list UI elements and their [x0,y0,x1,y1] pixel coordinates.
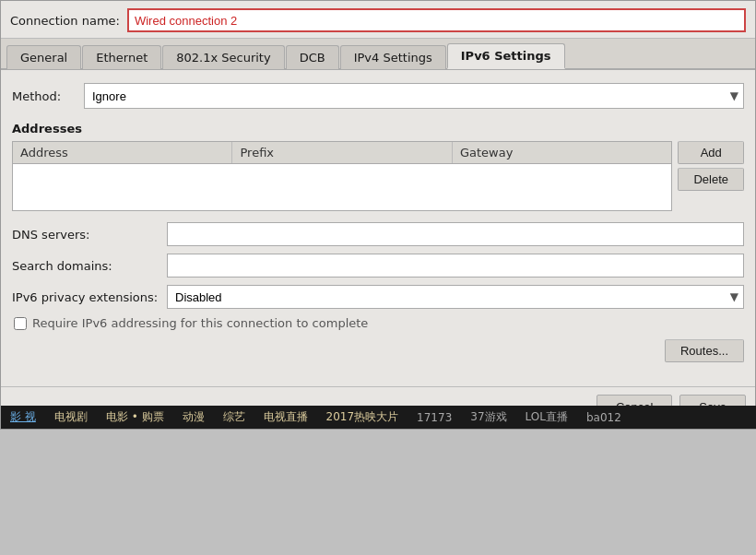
delete-button[interactable]: Delete [678,168,744,191]
privacy-extensions-label: IPv6 privacy extensions: [12,290,159,304]
tab-802-1x-security[interactable]: 802.1x Security [162,45,284,69]
method-select-wrapper: Ignore ▼ [84,83,744,109]
require-ipv6-checkbox[interactable] [14,317,27,330]
connection-name-row: Connection name: [1,1,755,39]
taskbar-number-1: 17173 [417,411,452,424]
method-row: Method: Ignore ▼ [12,83,744,109]
tab-ipv6-settings[interactable]: IPv6 Settings [447,43,565,69]
search-domains-input[interactable] [167,254,744,278]
method-label: Method: [12,89,77,103]
taskbar-tv-shows[interactable]: 电视剧 [54,409,88,425]
taskbar-live[interactable]: 电视直播 [264,409,308,425]
taskbar: 影 视 电视剧 电影 • 购票 动漫 综艺 电视直播 2017热映大片 1717… [1,406,756,429]
routes-button[interactable]: Routes... [665,339,744,362]
taskbar-movies[interactable]: 电影 • 购票 [106,409,164,425]
addresses-table: Address Prefix Gateway [12,141,672,211]
prefix-column-header: Prefix [232,142,452,163]
add-button[interactable]: Add [678,141,744,164]
search-domains-row: Search domains: [12,254,744,278]
table-header: Address Prefix Gateway [13,142,671,164]
tab-dcb[interactable]: DCB [286,45,339,69]
taskbar-number-3: LOL直播 [526,409,568,425]
main-content: Method: Ignore ▼ Addresses Address Prefi… [1,70,755,386]
taskbar-number-2: 37游戏 [470,409,506,425]
method-select[interactable]: Ignore [84,83,744,109]
taskbar-variety[interactable]: 综艺 [223,409,245,425]
taskbar-hot-movies[interactable]: 2017热映大片 [326,409,399,425]
tab-ipv4-settings[interactable]: IPv4 Settings [340,45,446,69]
dns-servers-row: DNS servers: [12,222,744,246]
privacy-extensions-row: IPv6 privacy extensions: Disabled ▼ [12,285,744,309]
tab-general[interactable]: General [6,45,81,69]
addresses-container: Address Prefix Gateway Add Delete [12,141,744,211]
table-body[interactable] [13,164,671,210]
routes-row: Routes... [12,339,744,362]
addresses-buttons: Add Delete [678,141,744,211]
connection-name-label: Connection name: [10,14,120,28]
dns-servers-label: DNS servers: [12,228,159,242]
taskbar-anime[interactable]: 动漫 [183,409,205,425]
addresses-section-title: Addresses [12,122,744,136]
connection-name-input[interactable] [127,8,746,32]
privacy-extensions-select[interactable]: Disabled [167,285,744,309]
privacy-extensions-select-wrapper: Disabled ▼ [167,285,744,309]
gateway-column-header: Gateway [453,142,671,163]
tabs-bar: General Ethernet 802.1x Security DCB IPv… [1,39,755,70]
dialog: Connection name: General Ethernet 802.1x… [0,0,756,430]
tab-ethernet[interactable]: Ethernet [82,45,161,69]
taskbar-number-4: ba012 [586,411,621,424]
dns-servers-input[interactable] [167,222,744,246]
require-ipv6-label: Require IPv6 addressing for this connect… [32,316,368,330]
search-domains-label: Search domains: [12,259,159,273]
require-ipv6-row: Require IPv6 addressing for this connect… [12,316,744,330]
address-column-header: Address [13,142,232,163]
taskbar-media-label[interactable]: 影 视 [10,409,36,425]
